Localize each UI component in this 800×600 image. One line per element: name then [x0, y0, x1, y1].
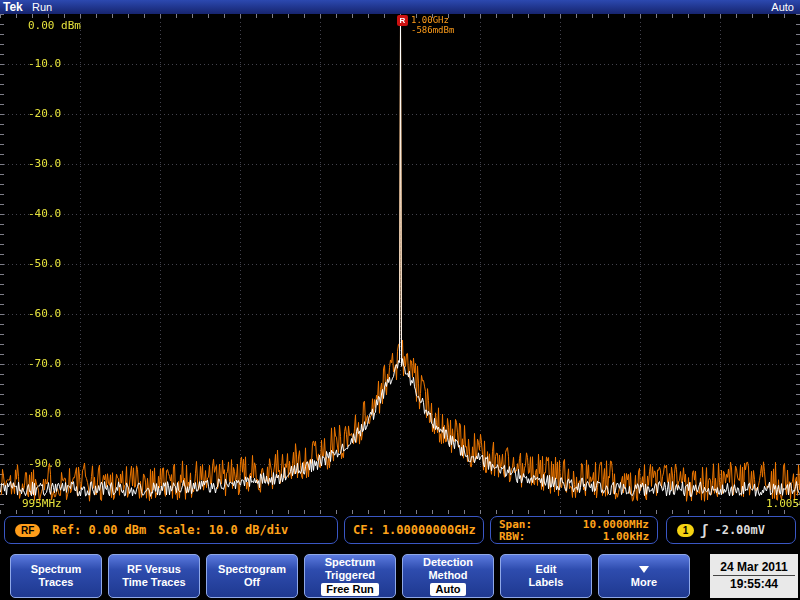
- date-value: 24 Mar 2011: [713, 559, 795, 576]
- ref-level-readout: Ref: 0.00 dBm: [52, 517, 146, 543]
- datetime-display: 24 Mar 2011 19:55:44: [710, 554, 798, 598]
- rf-reference-readout: RF Ref: 0.00 dBm Scale: 10.0 dB/div: [4, 516, 338, 544]
- more-arrow-icon: [639, 566, 649, 573]
- marker-readout: 1.00GHz -586mdBm: [411, 15, 454, 35]
- cf-value: CF: 1.00000000GHz: [353, 523, 476, 537]
- trigger-slope-icon: ʃ: [700, 517, 708, 543]
- x-axis-label-start: 995MHz: [22, 497, 62, 510]
- y-axis-label: -30.0: [28, 157, 61, 170]
- y-axis-label: -60.0: [28, 307, 61, 320]
- time-value: 19:55:44: [710, 576, 798, 592]
- spectrum-analyzer-screen: Tek Run Auto 0.00 dBm -10.0 -20.0 -30.0 …: [0, 0, 800, 600]
- top-status-bar: Tek Run Auto: [0, 0, 800, 14]
- trigger-level-value: -2.00mV: [714, 517, 765, 543]
- y-axis-label: -40.0: [28, 207, 61, 220]
- y-axis-label: 0.00 dBm: [28, 19, 81, 32]
- span-rbw-readout: Span: 10.0000MHz RBW: 1.00kHz: [490, 516, 658, 544]
- marker-frequency: 1.00GHz: [411, 15, 454, 25]
- marker-r-badge: R: [397, 15, 408, 26]
- readout-bar: RF Ref: 0.00 dBm Scale: 10.0 dB/div CF: …: [0, 516, 800, 546]
- menu-more[interactable]: More: [598, 554, 690, 598]
- spectrum-plot: 0.00 dBm -10.0 -20.0 -30.0 -40.0 -50.0 -…: [0, 14, 800, 514]
- menu-spectrogram[interactable]: Spectrogram Off: [206, 554, 298, 598]
- free-run-value: Free Run: [321, 583, 379, 596]
- menu-edit-labels[interactable]: Edit Labels: [500, 554, 592, 598]
- menu-spectrum-triggered[interactable]: Spectrum Triggered Free Run: [304, 554, 396, 598]
- tek-logo: Tek: [3, 0, 23, 14]
- rbw-value: 1.00kHz: [603, 531, 649, 543]
- spectrum-canvas: [0, 14, 800, 514]
- y-axis-label: -10.0: [28, 57, 61, 70]
- trigger-mode-status: Auto: [771, 0, 794, 14]
- trigger-readout: 1 ʃ -2.00mV: [666, 516, 796, 544]
- y-axis-label: -20.0: [28, 107, 61, 120]
- scale-readout: Scale: 10.0 dB/div: [158, 517, 288, 543]
- y-axis-label: -50.0: [28, 257, 61, 270]
- acquisition-status: Run: [32, 0, 52, 14]
- marker-amplitude: -586mdBm: [411, 25, 454, 35]
- bottom-menu-bar: Spectrum Traces RF Versus Time Traces Sp…: [0, 554, 800, 600]
- rbw-label: RBW:: [499, 531, 526, 543]
- menu-detection-method[interactable]: Detection Method Auto: [402, 554, 494, 598]
- menu-spectrum-traces[interactable]: Spectrum Traces: [10, 554, 102, 598]
- reference-marker[interactable]: R 1.00GHz -586mdBm: [397, 15, 454, 35]
- y-axis-label: -80.0: [28, 407, 61, 420]
- detection-auto-value: Auto: [430, 583, 465, 596]
- y-axis-label: -90.0: [28, 457, 61, 470]
- y-axis-label: -70.0: [28, 357, 61, 370]
- rf-badge: RF: [15, 524, 40, 537]
- x-axis-label-stop: 1.005GHz: [766, 497, 800, 510]
- channel-1-badge: 1: [677, 524, 694, 537]
- center-frequency-readout: CF: 1.00000000GHz: [344, 516, 484, 544]
- menu-rf-versus-time-traces[interactable]: RF Versus Time Traces: [108, 554, 200, 598]
